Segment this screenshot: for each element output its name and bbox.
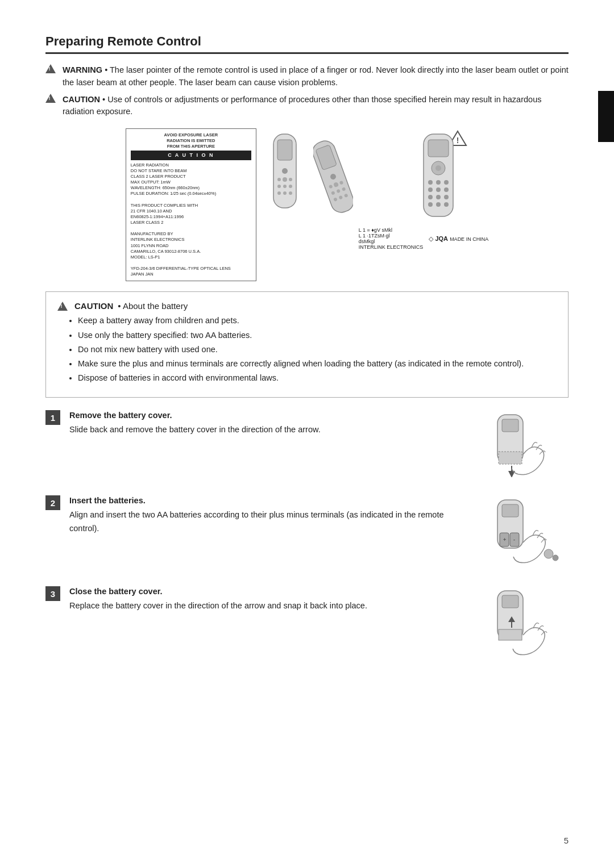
svg-point-2 [282, 168, 288, 174]
svg-text:-: - [513, 537, 515, 542]
step-1-description: Slide back and remove the battery cover … [69, 423, 468, 436]
step-1-number: 1 [45, 410, 60, 425]
caution1-text: CAUTION • Use of controls or adjustments… [63, 94, 569, 119]
warning-body: • The laser pointer of the remote contro… [63, 65, 569, 87]
svg-rect-1 [277, 140, 292, 160]
caution1-body: • Use of controls or adjustments or perf… [63, 95, 541, 116]
svg-point-11 [289, 191, 292, 195]
svg-text:+: + [503, 537, 506, 542]
svg-point-6 [277, 185, 281, 188]
steps-section: 1 Remove the battery cover. Slide back a… [45, 409, 569, 659]
caution1-label: CAUTION [63, 95, 100, 104]
step-2-content: Insert the batteries. Align and insert t… [69, 494, 468, 536]
svg-point-7 [283, 185, 287, 188]
svg-point-52 [544, 549, 553, 558]
battery-bullet-2: Use only the battery specified: two AA b… [78, 329, 557, 342]
svg-point-4 [277, 178, 281, 181]
step2-svg: + - [480, 494, 566, 568]
svg-point-3 [283, 177, 287, 182]
svg-point-10 [283, 191, 287, 195]
svg-point-32 [444, 180, 449, 185]
svg-rect-44 [499, 452, 522, 464]
remote-big-svg: ! [378, 128, 469, 225]
label-header: AVOID EXPOSURE LASERRADIATION IS EMITTED… [131, 132, 251, 149]
label-box: AVOID EXPOSURE LASERRADIATION IS EMITTED… [126, 128, 256, 281]
caution2-title-row: CAUTION • About the battery [57, 301, 557, 311]
step-3-number: 3 [45, 586, 60, 601]
step-2-row: 2 Insert the batteries. Align and insert… [45, 494, 569, 568]
diagram-warning-area: ! [359, 128, 488, 250]
caution1-block: CAUTION • Use of controls or adjustments… [45, 94, 569, 119]
svg-point-31 [436, 180, 441, 185]
battery-bullet-3: Do not mix new battery with used one. [78, 343, 557, 356]
caution2-section: CAUTION • About the battery Keep a batte… [45, 291, 569, 398]
caution2-about: • About the battery [118, 301, 188, 311]
page-number: 5 [564, 836, 569, 845]
caution-bar: C A U T I O N [131, 151, 251, 160]
step-3-content: Close the battery cover. Replace the bat… [69, 585, 468, 614]
section-tab [598, 91, 614, 142]
step-2-image: + - [478, 494, 569, 568]
svg-point-9 [277, 191, 281, 195]
battery-bullet-4: Make sure the plus and minus terminals a… [78, 357, 557, 370]
warning-label: WARNING [63, 65, 102, 74]
step-3-title: Close the battery cover. [69, 585, 468, 598]
step-1-row: 1 Remove the battery cover. Slide back a… [45, 409, 569, 477]
svg-point-36 [428, 195, 433, 199]
battery-bullet-1: Keep a battery away from children and pe… [78, 314, 557, 327]
svg-point-5 [289, 178, 292, 181]
svg-point-38 [444, 195, 449, 199]
svg-point-35 [444, 187, 449, 192]
remote-tilt-svg [313, 128, 353, 225]
warning-triangle-icon [45, 64, 56, 73]
battery-bullet-list: Keep a battery away from children and pe… [57, 314, 557, 385]
jqa-row: L 1 = ♦gV sMklL 1 ·1TZsM·gldsMkglINTERLI… [359, 227, 488, 250]
page-container: Preparing Remote Control WARNING • The l… [0, 0, 614, 868]
remote-closed-svg [262, 128, 308, 219]
caution2-label: CAUTION [74, 301, 113, 311]
jqa-logo: ◇ JQA MADE IN CHINA [429, 235, 488, 243]
step-3-description: Replace the battery cover in the directi… [69, 599, 468, 612]
svg-text:!: ! [457, 136, 459, 145]
svg-point-53 [553, 555, 558, 561]
step3-svg [480, 585, 566, 659]
warning-block: WARNING • The laser pointer of the remot… [45, 64, 569, 89]
svg-point-39 [428, 202, 433, 207]
step-1-title: Remove the battery cover. [69, 409, 468, 422]
warning-text: WARNING • The laser pointer of the remot… [63, 64, 569, 89]
step-3-image [478, 585, 569, 659]
step-3-row: 3 Close the battery cover. Replace the b… [45, 585, 569, 659]
svg-rect-27 [428, 140, 449, 157]
svg-point-8 [289, 185, 292, 188]
svg-point-34 [436, 187, 441, 192]
label-lines: LASER RADIATION DO NOT STARE INTO BEAM C… [131, 162, 251, 278]
step-1-image [478, 409, 569, 477]
svg-point-29 [435, 165, 441, 171]
step-2-description: Align and insert the two AA batteries ac… [69, 508, 468, 535]
battery-bullet-5: Dispose of batteries in accord with envi… [78, 372, 557, 385]
svg-point-40 [436, 202, 441, 207]
svg-rect-55 [502, 595, 518, 608]
step-2-number: 2 [45, 495, 60, 510]
step1-svg [480, 409, 566, 477]
svg-point-41 [444, 202, 449, 207]
svg-point-37 [436, 195, 441, 199]
svg-rect-56 [499, 629, 522, 640]
caution2-triangle-icon [57, 302, 68, 311]
page-title: Preparing Remote Control [45, 34, 569, 54]
caution1-triangle-icon [45, 94, 56, 103]
diagram-row: AVOID EXPOSURE LASERRADIATION IS EMITTED… [45, 128, 569, 281]
svg-point-30 [428, 180, 433, 185]
svg-rect-47 [502, 504, 518, 517]
interlink-text: L 1 = ♦gV sMklL 1 ·1TZsM·gldsMkglINTERLI… [359, 227, 424, 250]
svg-point-33 [428, 187, 433, 192]
step-1-content: Remove the battery cover. Slide back and… [69, 409, 468, 437]
svg-rect-43 [502, 419, 518, 432]
step-2-title: Insert the batteries. [69, 494, 468, 507]
